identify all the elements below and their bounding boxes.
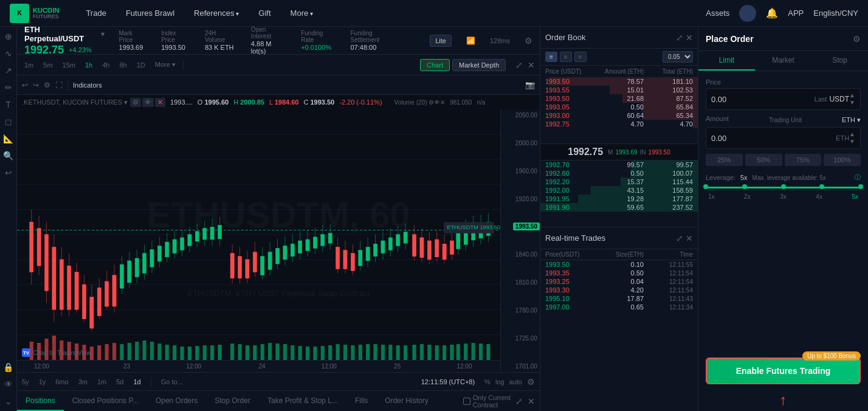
undo-icon[interactable]: ↩ (22, 81, 28, 89)
ob-view-bids[interactable]: ≡ (574, 52, 587, 62)
tf-1m[interactable]: 1m (22, 60, 36, 70)
ticker-dropdown-icon[interactable]: ▾ (101, 30, 105, 38)
enable-futures-button[interactable]: Enable Futures Trading (706, 357, 861, 384)
sidebar-text-icon[interactable]: T (5, 100, 11, 109)
market-depth-btn[interactable]: Market Depth (452, 59, 506, 71)
sidebar-shapes-icon[interactable]: ◻ (5, 117, 12, 126)
tab-stop-order[interactable]: Stop Order (206, 391, 259, 411)
ask-row-0[interactable]: 1993.50 78.57 181.10 (540, 77, 698, 86)
price-decrement[interactable]: ▼ (849, 100, 855, 106)
nav-more[interactable]: More (288, 9, 315, 18)
amount-decrement[interactable]: ▼ (849, 139, 855, 145)
lite-button[interactable]: Lite (430, 35, 452, 47)
tb-1m[interactable]: 1m (97, 378, 106, 385)
redo-icon[interactable]: ↪ (33, 81, 39, 89)
candle-ctrl-3[interactable]: ✕ (155, 98, 165, 107)
only-current-contract-checkbox[interactable]: Only CurrentContract (463, 394, 511, 409)
tick-5x[interactable] (858, 184, 863, 189)
nav-gift[interactable]: Gift (256, 9, 273, 18)
tick-label-4x[interactable]: 4x (816, 193, 822, 200)
order-type-market[interactable]: Market (755, 51, 811, 71)
tb-1d[interactable]: 1d (133, 378, 140, 385)
leverage-slider[interactable]: 1x 2x 3x 4x 5x (706, 187, 861, 200)
ob-view-combined[interactable]: ≡ (545, 52, 557, 62)
tf-1h[interactable]: 1h (83, 60, 95, 70)
close-rt-icon[interactable]: ✕ (686, 233, 693, 243)
price-input[interactable] (711, 95, 815, 104)
nav-references[interactable]: References (191, 9, 241, 18)
sidebar-down-icon[interactable]: ⌄ (5, 396, 12, 406)
fullscreen-draw-icon[interactable]: ⛶ (55, 81, 63, 89)
ask-row-5[interactable]: 1992.75 4.70 4.70 (540, 120, 698, 128)
sidebar-back-icon[interactable]: ↩ (5, 168, 12, 178)
sidebar-cursor-icon[interactable]: ↗ (5, 66, 12, 75)
screenshot-icon[interactable]: 📷 (525, 80, 535, 89)
rt-row-1[interactable]: 1993.35 0.50 12:11:54 (540, 269, 698, 277)
close-chart-icon[interactable]: ✕ (528, 60, 535, 70)
tf-more[interactable]: More ▾ (153, 60, 178, 70)
settings-draw-icon[interactable]: ⚙ (44, 81, 50, 89)
ask-row-3[interactable]: 1993.05 0.50 65.84 (540, 103, 698, 111)
chart-settings-icon[interactable]: ⚙ (527, 377, 535, 387)
expand-panel-icon[interactable]: ⤢ (515, 396, 523, 406)
bid-row-1[interactable]: 1992.60 0.50 100.07 (540, 169, 698, 178)
sidebar-line-icon[interactable]: ∿ (5, 49, 12, 58)
bid-row-0[interactable]: 1992.70 99.57 99.57 (540, 161, 698, 169)
tick-1x[interactable] (703, 184, 708, 189)
rt-row-0[interactable]: 1993.50 0.10 12:11:55 (540, 260, 698, 269)
tick-3x[interactable] (781, 184, 786, 189)
rt-row-5[interactable]: 1997.00 0.65 12:11:34 (540, 303, 698, 311)
unit-dropdown[interactable]: ETH ▾ (842, 116, 861, 124)
tab-positions[interactable]: Positions (17, 391, 64, 411)
candle-ctrl-2[interactable]: 👁 (142, 98, 154, 107)
language-selector[interactable]: English/CNY (813, 9, 858, 18)
tick-label-5x[interactable]: 5x (852, 193, 858, 200)
close-panel-icon[interactable]: ✕ (528, 396, 535, 406)
settings-icon[interactable]: ⚙ (525, 36, 532, 46)
sidebar-measure-icon[interactable]: 📐 (3, 134, 13, 143)
ask-row-2[interactable]: 1993.50 21.68 87.52 (540, 94, 698, 103)
sidebar-lock-icon[interactable]: 🔒 (3, 362, 13, 372)
expand-rt-icon[interactable]: ⤢ (676, 233, 683, 243)
ask-row-4[interactable]: 1993.00 60.64 65.34 (540, 111, 698, 120)
checkbox-box[interactable] (463, 398, 470, 405)
ob-depth-select[interactable]: 0.05 (663, 51, 693, 63)
tick-label-1x[interactable]: 1x (708, 193, 715, 200)
indicators-button[interactable]: Indicators (73, 81, 102, 89)
log-button[interactable]: log (495, 378, 505, 385)
sidebar-pencil-icon[interactable]: ✏ (5, 83, 12, 92)
tab-take-profit[interactable]: Take Profit & Stop L... (259, 391, 346, 411)
auto-button[interactable]: auto (509, 378, 522, 385)
tab-fills[interactable]: Fills (346, 391, 376, 411)
tb-1y[interactable]: 1y (39, 378, 46, 385)
user-avatar[interactable] (739, 5, 756, 22)
fullscreen-icon[interactable]: ⤢ (515, 60, 523, 70)
order-type-stop[interactable]: Stop (811, 51, 868, 71)
tick-2x[interactable] (742, 184, 747, 189)
bid-row-3[interactable]: 1992.00 43.15 158.59 (540, 186, 698, 195)
tf-4h[interactable]: 4h (100, 60, 112, 70)
order-panel-settings-icon[interactable]: ⚙ (853, 34, 861, 44)
amount-increment[interactable]: ▲ (849, 131, 855, 137)
leverage-info-icon[interactable]: ⓘ (855, 173, 861, 182)
tf-15m[interactable]: 15m (60, 60, 78, 70)
ask-row-1[interactable]: 1993.55 15.01 102.53 (540, 86, 698, 94)
tab-closed-positions[interactable]: Closed Positions P... (64, 391, 147, 411)
sidebar-zoom-icon[interactable]: 🔍 (3, 151, 13, 161)
tf-1d[interactable]: 1D (134, 60, 148, 70)
tb-6mo[interactable]: 6mo (55, 378, 68, 385)
tf-8h[interactable]: 8h (117, 60, 129, 70)
chart-view-btn[interactable]: Chart (420, 59, 450, 71)
tick-label-2x[interactable]: 2x (744, 193, 751, 200)
amount-input[interactable] (711, 134, 836, 143)
price-increment[interactable]: ▲ (849, 92, 855, 98)
order-type-limit[interactable]: Limit (698, 51, 755, 71)
tb-5d[interactable]: 5d (116, 378, 123, 385)
tick-4x[interactable] (819, 184, 824, 189)
ticker-symbol[interactable]: ETH Perpetual/USDT (24, 27, 98, 43)
rt-row-2[interactable]: 1993.25 0.04 12:11:54 (540, 277, 698, 286)
close-order-book-icon[interactable]: ✕ (686, 33, 693, 43)
chart-canvas[interactable]: ETHUSDTM, 60 ETHUSDTM, ETH / USDT Perpet… (17, 109, 540, 372)
sidebar-crosshair-icon[interactable]: ⊕ (5, 32, 12, 41)
sidebar-eye-icon[interactable]: 👁 (4, 379, 13, 389)
